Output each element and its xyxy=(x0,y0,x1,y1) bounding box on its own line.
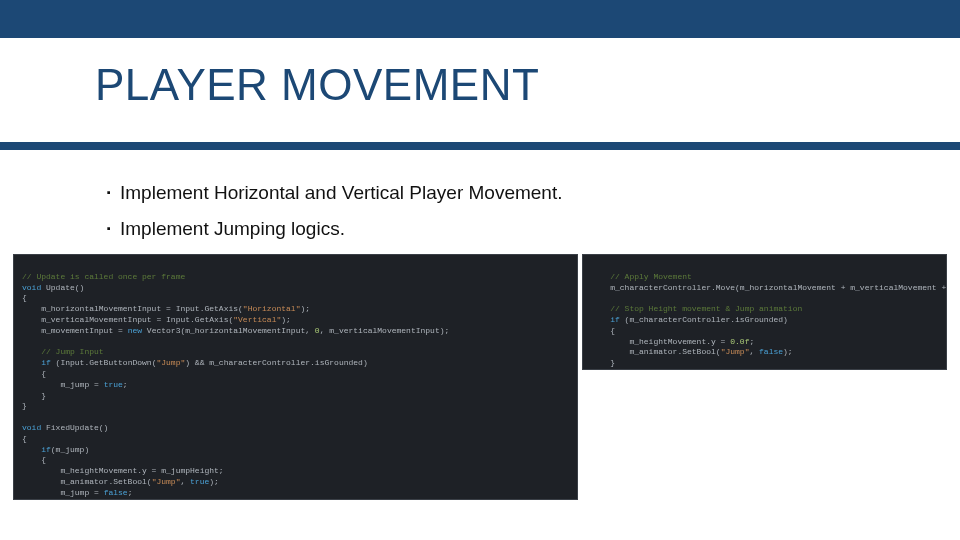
code-text: ; xyxy=(749,337,754,346)
code-text: 0.0f xyxy=(730,337,749,346)
code-line: } xyxy=(591,358,615,367)
code-text: "Jump" xyxy=(152,477,181,486)
code-line: { xyxy=(22,369,46,378)
code-line: m_verticalMovementInput = Input.GetAxis( xyxy=(22,315,233,324)
code-line: m_characterController.Move(m_horizontalM… xyxy=(591,283,947,292)
code-line: m_movementInput = xyxy=(22,326,128,335)
bullet-item: Implement Jumping logics. xyxy=(106,211,562,247)
code-line: m_animator.SetBool( xyxy=(591,347,721,356)
code-line: m_heightMovement.y = m_jumpHeight; xyxy=(22,466,224,475)
top-accent-band xyxy=(0,0,960,38)
bullet-list: Implement Horizontal and Vertical Player… xyxy=(106,175,562,247)
code-line: m_heightMovement.y = xyxy=(591,337,730,346)
code-line: if xyxy=(22,445,51,454)
code-text: FixedUpdate() xyxy=(41,423,108,432)
code-line: void xyxy=(22,423,41,432)
code-text: new xyxy=(128,326,142,335)
code-line: // Jump Input xyxy=(22,347,104,356)
code-line: m_jump = xyxy=(22,488,104,497)
slide-title: PLAYER MOVEMENT xyxy=(95,60,539,110)
code-text: ; xyxy=(123,380,128,389)
code-line: { xyxy=(22,455,46,464)
code-text: (m_characterController.isGrounded) xyxy=(620,315,788,324)
code-line: if xyxy=(22,358,51,367)
code-text: ); xyxy=(783,347,793,356)
code-text: false xyxy=(759,347,783,356)
code-line: } xyxy=(22,391,46,400)
code-text: (Input.GetButtonDown( xyxy=(51,358,157,367)
code-text: (m_jump) xyxy=(51,445,89,454)
code-text: "Vertical" xyxy=(233,315,281,324)
code-text: , xyxy=(749,347,759,356)
code-line: } xyxy=(22,401,27,410)
code-panel-right: // Apply Movement m_characterController.… xyxy=(582,254,947,370)
code-text: , xyxy=(180,477,190,486)
code-line: m_animator.SetBool( xyxy=(22,477,152,486)
bullet-item: Implement Horizontal and Vertical Player… xyxy=(106,175,562,211)
code-text: "Jump" xyxy=(721,347,750,356)
divider-band xyxy=(0,142,960,150)
code-text: ); xyxy=(300,304,310,313)
code-text: true xyxy=(190,477,209,486)
code-line: if xyxy=(591,315,620,324)
code-line: } xyxy=(591,369,596,370)
code-text: ) && m_characterController.isGrounded) xyxy=(185,358,367,367)
code-line: { xyxy=(22,293,27,302)
code-text: "Jump" xyxy=(156,358,185,367)
code-line: // Update is called once per frame xyxy=(22,272,185,281)
code-text: false xyxy=(104,488,128,497)
code-text: ); xyxy=(281,315,291,324)
code-line: m_horizontalMovementInput = Input.GetAxi… xyxy=(22,304,243,313)
code-text: ); xyxy=(209,477,219,486)
code-line: // Stop Height movement & Jump animation xyxy=(591,304,802,313)
code-text: ; xyxy=(128,488,133,497)
code-line: // Apply Movement xyxy=(591,272,692,281)
code-line: { xyxy=(22,434,27,443)
code-text: true xyxy=(104,380,123,389)
code-text: Update() xyxy=(41,283,84,292)
code-line: } xyxy=(22,499,46,500)
code-line: m_jump = xyxy=(22,380,104,389)
code-text: Vector3(m_horizontalMovementInput, xyxy=(142,326,315,335)
code-panel-left: // Update is called once per frame void … xyxy=(13,254,578,500)
code-text: , m_verticalMovementInput); xyxy=(320,326,450,335)
code-line: void xyxy=(22,283,41,292)
code-text: "Horizontal" xyxy=(243,304,301,313)
code-line: { xyxy=(591,326,615,335)
